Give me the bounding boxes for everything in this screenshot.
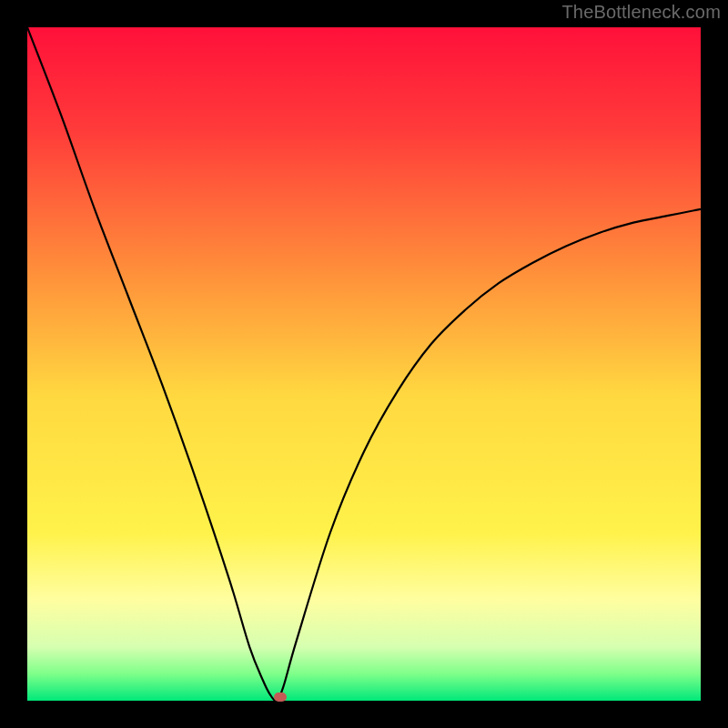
watermark-text: TheBottleneck.com [561, 2, 721, 23]
chart-frame: TheBottleneck.com [0, 0, 728, 728]
optimum-marker [274, 693, 287, 702]
gradient-background [27, 27, 701, 701]
plot-area [27, 27, 701, 701]
chart-svg [27, 27, 701, 701]
